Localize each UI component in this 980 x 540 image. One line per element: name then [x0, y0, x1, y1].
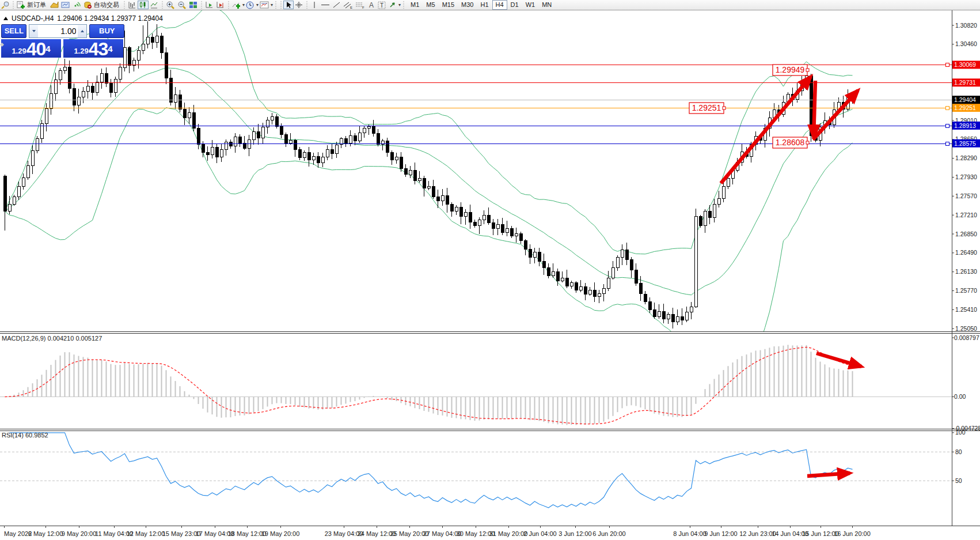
svg-text:19 May 20:00: 19 May 20:00 [261, 530, 300, 537]
timeframe-button-D1[interactable]: D1 [507, 0, 522, 10]
svg-text:1.29404: 1.29404 [954, 96, 976, 103]
symbol-period-label: USDCAD-,H4 [12, 14, 54, 22]
svg-text:1.28575: 1.28575 [954, 140, 976, 147]
horizontal-line-tool-icon[interactable] [320, 1, 331, 9]
sell-button[interactable]: SELL [1, 24, 26, 38]
svg-text:F: F [362, 6, 364, 9]
tile-windows-icon[interactable] [188, 1, 199, 9]
svg-text:100: 100 [955, 429, 966, 436]
volume-increase-button[interactable] [78, 25, 86, 37]
toolbar-grip [305, 1, 308, 9]
vertical-line-tool-icon[interactable] [309, 1, 320, 9]
svg-text:1.27570: 1.27570 [955, 192, 977, 199]
svg-text:1.25410: 1.25410 [955, 306, 977, 313]
timeframe-button-W1[interactable]: W1 [522, 0, 539, 10]
signal-icon[interactable] [71, 1, 82, 9]
svg-text:1.27930: 1.27930 [955, 173, 977, 180]
fibonacci-tool-icon[interactable]: F [354, 1, 366, 9]
svg-text:1.27210: 1.27210 [955, 212, 977, 218]
templates-icon[interactable] [259, 1, 270, 9]
arrows-tool-icon[interactable] [388, 1, 398, 9]
down-triangle-icon [32, 30, 36, 32]
chart-shift-icon[interactable] [215, 1, 226, 9]
svg-text:50: 50 [955, 477, 962, 484]
market-watch-icon[interactable] [60, 1, 71, 9]
new-order-icon[interactable] [16, 1, 26, 9]
timeframe-button-M5[interactable]: M5 [423, 0, 438, 10]
chart-profile-icon[interactable] [48, 1, 60, 9]
volume-decrease-button[interactable] [29, 25, 38, 37]
volume-input[interactable] [38, 25, 78, 37]
svg-text:9 Jun 12:00: 9 Jun 12:00 [704, 530, 738, 537]
timeframe-button-MN[interactable]: MN [538, 0, 555, 10]
toolbar-grip [123, 1, 126, 9]
svg-text:1.29949: 1.29949 [776, 65, 805, 74]
buy-price-display[interactable]: 1.29434 [63, 39, 123, 58]
trendline-tool-icon[interactable] [331, 1, 342, 9]
svg-text:2 Jun 04:00: 2 Jun 04:00 [523, 530, 557, 537]
svg-text:9 May 20:00: 9 May 20:00 [62, 530, 97, 537]
toolbar-grip [274, 1, 277, 9]
auto-scroll-icon[interactable] [204, 1, 215, 9]
timeframe-button-H1[interactable]: H1 [477, 0, 492, 10]
timeframe-button-M30[interactable]: M30 [458, 0, 477, 10]
equidistant-channel-tool-icon[interactable]: E [342, 1, 354, 9]
chart-title: USDCAD-,H4 1.29406 1.29434 1.29377 1.294… [3, 14, 163, 22]
toolbar-grip [279, 1, 282, 9]
toolbar-grip [402, 1, 405, 9]
line-handle[interactable] [945, 142, 949, 146]
indicators-icon[interactable] [231, 1, 242, 9]
annotation-price-label[interactable]: 1.28608 [773, 137, 809, 148]
price-tag-1.30069: 1.30069 [952, 61, 980, 69]
one-click-trading-panel: SELL BUY 1.29404 1.29434 [1, 24, 124, 58]
auto-trading-label[interactable]: 自动交易 [94, 1, 119, 9]
trend-arrow[interactable] [814, 81, 815, 137]
main-toolbar: 新订单 自动交易 ▾ ▾ ▾ [0, 0, 980, 10]
timeframe-button-H4[interactable]: H4 [492, 0, 507, 10]
svg-text:31 May 20:00: 31 May 20:00 [489, 530, 528, 537]
svg-text:18 May 12:00: 18 May 12:00 [228, 530, 267, 537]
svg-text:0.008797: 0.008797 [954, 334, 979, 341]
expand-triangle-icon[interactable] [3, 17, 8, 20]
current-price-tag: 1.29404 [952, 96, 980, 104]
svg-text:27 May 04:00: 27 May 04:00 [423, 530, 462, 537]
templates-dropdown-arrow[interactable]: ▾ [271, 2, 273, 7]
text-label-tool-icon[interactable]: T [377, 1, 388, 9]
annotation-price-label[interactable]: 1.29251 [689, 103, 725, 114]
zoom-in-icon[interactable] [165, 1, 176, 9]
svg-text:1.30460: 1.30460 [955, 40, 977, 47]
line-handle[interactable] [945, 107, 949, 110]
timeframe-button-M15[interactable]: M15 [439, 0, 458, 10]
candle-chart-type-icon[interactable] [138, 1, 149, 9]
svg-text:1.28913: 1.28913 [954, 122, 976, 129]
buy-button[interactable]: BUY [89, 24, 124, 38]
line-handle[interactable] [945, 63, 949, 67]
svg-text:12 Jun 23:00: 12 Jun 23:00 [739, 530, 776, 537]
svg-text:6 May 12:00: 6 May 12:00 [28, 530, 63, 537]
text-tool-icon[interactable]: A [366, 1, 377, 9]
annotation-price-label[interactable]: 1.29949 [773, 65, 809, 75]
zoom-out-icon[interactable] [176, 1, 188, 9]
line-handle[interactable] [945, 124, 949, 128]
svg-text:1.28608: 1.28608 [776, 138, 805, 147]
buy-price-pip: 4 [108, 39, 112, 59]
bar-chart-type-icon[interactable] [127, 1, 138, 9]
new-order-label[interactable]: 新订单 [27, 1, 46, 9]
svg-text:6 Jun 20:00: 6 Jun 20:00 [592, 530, 626, 537]
arrows-dropdown-arrow[interactable]: ▾ [398, 2, 401, 7]
timeframe-button-M1[interactable]: M1 [407, 0, 423, 10]
sell-price-display[interactable]: 1.29404 [1, 39, 61, 58]
toolbar-grip [12, 1, 14, 9]
buy-price-prefix: 1.29 [74, 46, 88, 57]
svg-text:1.29731: 1.29731 [954, 79, 976, 86]
svg-text:3 Jun 12:00: 3 Jun 12:00 [559, 530, 592, 537]
toolbar-grip [200, 1, 203, 9]
svg-text:1.26130: 1.26130 [955, 268, 977, 275]
line-chart-type-icon[interactable] [149, 1, 159, 9]
periods-icon[interactable] [245, 1, 256, 9]
crosshair-tool-icon[interactable] [294, 1, 304, 9]
svg-text:E: E [350, 6, 352, 9]
svg-text:1.30820: 1.30820 [955, 22, 977, 29]
auto-trading-icon[interactable] [82, 1, 93, 9]
cursor-tool-icon[interactable] [283, 1, 294, 9]
